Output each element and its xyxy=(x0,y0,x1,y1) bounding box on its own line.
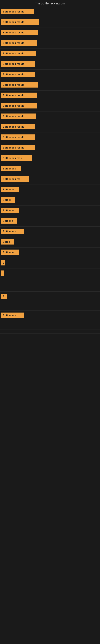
bar-row: Bo xyxy=(0,292,100,302)
bottleneck-bar[interactable]: Bottleneck result xyxy=(1,40,37,46)
bottleneck-bar[interactable]: Bottleneck result xyxy=(1,9,34,14)
bottleneck-bar[interactable]: Bottleneck r xyxy=(1,228,24,234)
bar-row: Bottleneck result xyxy=(0,143,100,153)
bar-row: Bottleneck result xyxy=(0,132,100,143)
bar-row xyxy=(0,325,100,330)
bar-row: Bottleneck r xyxy=(0,226,100,237)
bottleneck-bar[interactable]: Bottleneck result xyxy=(1,114,36,119)
bar-row xyxy=(0,306,100,310)
bottleneck-bar[interactable]: Bottleneck resu xyxy=(1,155,32,161)
bar-row: Bottleneck result xyxy=(0,101,100,112)
bottleneck-bar[interactable]: Bottleneck xyxy=(1,166,21,171)
bottleneck-bar[interactable]: Bottleneck result xyxy=(1,103,37,108)
bottleneck-bar[interactable]: Bottleneck result xyxy=(1,92,37,98)
bar-row: Bottlene xyxy=(0,216,100,226)
bar-row xyxy=(0,279,100,283)
bottleneck-bar[interactable]: Bottleneck res xyxy=(1,176,29,182)
bar-row: Bottleneck result xyxy=(0,7,100,17)
bar-row: Bottleneck result xyxy=(0,70,100,80)
bar-row xyxy=(0,321,100,325)
bar-row: Bottleneck result xyxy=(0,17,100,28)
bar-row: Bottleneck res xyxy=(0,174,100,185)
bar-row: Bottleneck result xyxy=(0,38,100,49)
bottleneck-bar[interactable]: Bottle xyxy=(1,239,14,244)
bar-row: Bottleneck result xyxy=(0,80,100,90)
bottleneck-bar[interactable]: | xyxy=(1,270,4,276)
bar-row: Bottleneck r xyxy=(0,310,100,321)
bar-row: Bottleneck result xyxy=(0,122,100,132)
bottleneck-bar[interactable]: Bo xyxy=(1,294,7,299)
bottleneck-bar[interactable]: Bottlenec xyxy=(1,187,19,192)
bar-row xyxy=(0,302,100,306)
bottleneck-bar[interactable]: Bottleneck r xyxy=(1,312,24,318)
bars-container: Bottleneck resultBottleneck resultBottle… xyxy=(0,7,100,334)
bar-row: Bottlenec xyxy=(0,185,100,195)
bar-row: Bottleneck result xyxy=(0,59,100,70)
bar-row: Bottle xyxy=(0,237,100,248)
bottleneck-bar[interactable]: Bottler xyxy=(1,197,15,203)
bar-row: Bottleneck resu xyxy=(0,153,100,164)
bar-row: Bottlenec xyxy=(0,248,100,258)
bottleneck-bar[interactable]: Bottlenec xyxy=(1,208,19,213)
bottleneck-bar[interactable]: Bottleneck result xyxy=(1,145,35,150)
bottleneck-bar[interactable]: Bottleneck result xyxy=(1,30,38,35)
bottleneck-bar[interactable]: Bottleneck result xyxy=(1,51,36,56)
bar-row: Bottlenec xyxy=(0,206,100,216)
bottleneck-bar[interactable]: Bottleneck result xyxy=(1,134,35,140)
bar-row: Bottleneck result xyxy=(0,28,100,38)
bottleneck-bar[interactable]: Bottleneck result xyxy=(1,19,39,25)
bar-row: | xyxy=(0,268,100,279)
bottleneck-bar[interactable]: Bottleneck result xyxy=(1,82,38,88)
bar-row: Bottleneck result xyxy=(0,112,100,122)
site-title: TheBottlenecker.com xyxy=(0,0,100,7)
bar-row: Bottler xyxy=(0,195,100,206)
bottleneck-bar[interactable]: B xyxy=(1,260,5,266)
bar-row xyxy=(0,283,100,288)
bar-row xyxy=(0,288,100,292)
bar-row: Bottleneck xyxy=(0,164,100,174)
bottleneck-bar[interactable]: Bottlene xyxy=(1,218,17,224)
bottleneck-bar[interactable]: Bottleneck result xyxy=(1,124,35,130)
bottleneck-bar[interactable]: Bottleneck result xyxy=(1,72,35,77)
bar-row: Bottleneck result xyxy=(0,90,100,101)
bottleneck-bar[interactable]: Bottleneck result xyxy=(1,61,35,66)
bottleneck-bar[interactable]: Bottlenec xyxy=(1,250,19,255)
bar-row: Bottleneck result xyxy=(0,49,100,59)
bar-row: B xyxy=(0,258,100,268)
bar-row xyxy=(0,330,100,334)
